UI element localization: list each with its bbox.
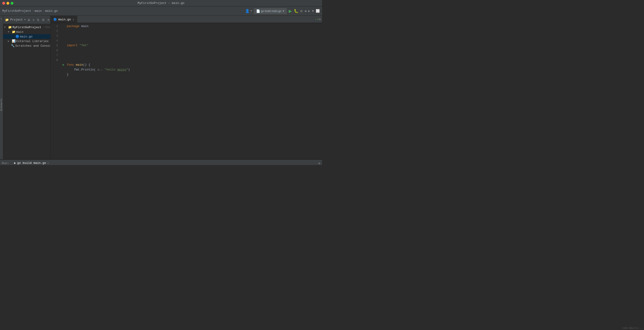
project-icon: P [0,17,3,20]
sidebar-expand-button[interactable]: ⇅ [36,18,40,22]
gutter-line-3: 3 [50,34,58,38]
gutter-line-1: 1 [50,24,58,29]
settings-icon[interactable]: ⚙ [300,9,302,14]
run-indicator-1 [63,24,66,29]
run-config-label: go build main.go [261,10,281,13]
minimize-button[interactable] [6,2,9,4]
string-fmt: "fmt" [80,43,88,48]
code-container[interactable]: 1 2 3 4 5 6 7 8 package main [50,23,322,159]
gutter-line-8: 8 [50,58,58,63]
gutter-line-5: 5 [50,44,58,48]
breadcrumb-file[interactable]: main.go [45,9,58,13]
bottom-tab-bar: Run: ▶ go build main.go ✕ ⚙ [0,160,322,165]
back-icon[interactable]: ◀ [304,9,306,13]
project-folder-icon: 📁 [8,26,12,29]
sidebar-item-project-root[interactable]: ▼ 📁 MyFirstGoProject ~/Documents/go/src/… [3,25,50,30]
project-root-path: ~/Documents/go/src/MyFirstGo [43,26,50,29]
tab-label: main.go [58,18,71,21]
gutter-line-4: 4 [50,38,58,44]
code-line-1: package main [63,24,322,29]
code-line-8 [63,77,322,92]
str-hello: "hello [105,68,118,72]
code-editor[interactable]: package main import "fmt" [60,23,322,159]
func-name-main: main [76,63,83,68]
sidebar-close-button[interactable]: ✕ [47,18,50,22]
keyword-package: package [67,24,80,29]
gutter-line-6: 6 [50,48,58,53]
sidebar-header-dropdown[interactable]: ▼ [24,18,26,21]
bottom-tab-icon: ▶ [14,161,16,165]
breadcrumb-folder[interactable]: main [34,9,42,13]
user-icon[interactable]: 👤 [245,9,250,14]
line-number-gutter: 1 2 3 4 5 6 7 8 [50,23,60,159]
hint-a: a… [96,68,101,72]
main-layout: P 📁 Project ▼ ⊕ ≡ ⇅ ⚙ ✕ ▼ 📁 MyFirstGoPro… [0,16,322,159]
run-indicator-3 [63,44,66,48]
run-label: Run: [2,162,9,165]
tab-main-go[interactable]: 🔵 main.go ✕ [50,16,77,23]
sidebar-item-main-go[interactable]: 🔵 main.go [3,34,50,39]
code-line-5: ▶ func main () { [63,63,322,68]
sidebar-tree: ▼ 📁 MyFirstGoProject ~/Documents/go/src/… [3,24,50,159]
run-config-dropdown-icon: ▼ [282,10,284,12]
sidebar-add-button[interactable]: ⊕ [27,18,31,22]
run-badge-expand: ▲ [319,18,320,20]
scratches-label: Scratches and Consoles [15,44,50,48]
gutter-line-2: 2 [50,29,58,34]
bottom-tab-label: go build main.go [17,161,46,165]
sidebar-item-scratches[interactable]: 🔧 Scratches and Consoles [3,44,50,48]
breadcrumb-project[interactable]: MyFirstGoProject [2,9,31,13]
tab-bar: 🔵 main.go ✕ ✓ 1 ▲ [50,16,322,23]
bottom-tab-run[interactable]: ▶ go build main.go ✕ [13,160,50,165]
breadcrumb-sep2: › [43,10,44,12]
breadcrumb-sep1: › [32,10,34,12]
check-icon: ✓ [315,18,317,21]
bookmarks-tab-label[interactable]: Bookmarks [0,98,3,111]
resize-icon[interactable]: ⬜ [316,9,320,13]
tab-file-icon: 🔵 [54,18,57,21]
forward-icon[interactable]: ▶ [308,9,310,13]
close-button[interactable] [2,2,5,4]
sidebar-item-main-folder[interactable]: ▼ 📁 main [3,30,50,34]
project-root-label: MyFirstGoProject [12,26,42,29]
sidebar-collapse-button[interactable]: ≡ [32,18,35,22]
sidebar: 📁 Project ▼ ⊕ ≡ ⇅ ⚙ ✕ ▼ 📁 MyFirstGoProje… [3,16,50,159]
code-line-7: } [63,72,322,77]
run-config-icon: 📄 [256,9,260,13]
breadcrumb: MyFirstGoProject › main › main.go [2,9,243,13]
activity-bar: P [0,16,3,159]
bottom-tab-close[interactable]: ✕ [48,162,49,164]
bottom-settings-icon[interactable]: ⚙ [318,162,320,165]
keyword-import: import [67,43,78,48]
maximize-button[interactable] [11,2,14,4]
run-status-badge: ✓ 1 ▲ [315,16,320,23]
run-button[interactable]: ▶ [289,8,292,14]
left-panel-bookmarks: Bookmarks [0,98,3,112]
user-icon-area: 👤 ▼ [245,9,252,14]
parens-open: () { [83,63,90,68]
sidebar-settings-button[interactable]: ⚙ [42,18,45,22]
traffic-lights [2,2,14,4]
debug-icon[interactable]: 🐛 [294,9,298,14]
library-icon: 📊 [12,39,16,43]
go-file-icon: 🔵 [16,35,19,38]
tab-close-icon[interactable]: ✕ [73,18,74,21]
sidebar-item-external-libs[interactable]: ▶ 📊 External Libraries [3,39,50,44]
tree-arrow-project: ▼ [4,26,8,29]
main-folder-icon: 📁 [12,30,16,34]
editor-area: 🔵 main.go ✕ ✓ 1 ▲ 1 2 3 4 5 6 7 8 [50,16,322,159]
run-indicator-5: ▶ [63,63,66,67]
more-icon[interactable]: ▼ [312,9,314,13]
run-config-button[interactable]: 📄 go build main.go ▼ [254,8,287,14]
str-meinv: meinv [117,68,126,72]
str-close-quote: " [126,68,128,72]
user-dropdown-icon[interactable]: ▼ [250,10,252,12]
main-folder-label: main [16,30,23,34]
ext-libs-label: External Libraries [16,40,48,43]
code-line-4 [63,48,322,62]
hint-colon: : [101,68,105,72]
main-go-label: main.go [20,35,32,38]
toolbar-right: 👤 ▼ 📄 go build main.go ▼ ▶ 🐛 ⚙ ◀ ▶ ▼ ⬜ [245,8,320,14]
tree-arrow-main: ▼ [8,31,11,33]
main-toolbar: MyFirstGoProject › main › main.go 👤 ▼ 📄 … [0,6,322,16]
